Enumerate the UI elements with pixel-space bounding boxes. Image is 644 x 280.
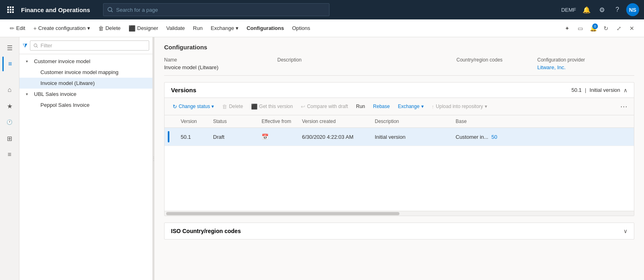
- svg-rect-4: [10, 9, 11, 11]
- svg-point-9: [108, 7, 112, 11]
- user-label: DEMF: [561, 7, 576, 13]
- help-icon[interactable]: ?: [611, 3, 624, 16]
- user-avatar[interactable]: NS: [626, 3, 639, 16]
- tree-item-customer-invoice-model[interactable]: ▾ Customer invoice model: [19, 56, 152, 67]
- edit-button[interactable]: ✏ Edit: [6, 23, 28, 34]
- sidebar-star-icon[interactable]: ★: [2, 99, 17, 113]
- col-status-header: Status: [213, 119, 262, 124]
- tree-item-invoice-model-litware[interactable]: Invoice model (Litware): [19, 78, 152, 89]
- run-version-button[interactable]: Run: [353, 102, 368, 111]
- svg-point-11: [34, 44, 37, 47]
- get-this-version-button[interactable]: ⬛ Get this version: [248, 102, 296, 112]
- configurations-button[interactable]: Configurations: [243, 23, 287, 34]
- svg-rect-7: [10, 11, 11, 13]
- row-selection-indicator: [168, 131, 169, 142]
- tree-caret-ubl-icon: ▾: [26, 92, 32, 96]
- delete-icon: 🗑: [98, 25, 104, 32]
- tree-caret-icon: ▾: [26, 59, 32, 64]
- versions-toolbar: ↻ Change status ▾ 🗑 Delete ⬛ Get this ve…: [165, 98, 634, 115]
- table-row[interactable]: 50.1 Draft 📅 6/30/2020 4:22:03 AM Initia…: [165, 128, 634, 146]
- compare-icon: ↩: [301, 104, 305, 110]
- popout-icon[interactable]: ⤢: [613, 23, 625, 34]
- svg-rect-5: [12, 9, 14, 11]
- filter-input-wrap[interactable]: [30, 40, 149, 51]
- iso-section: ISO Country/region codes ∨: [164, 223, 634, 240]
- svg-rect-1: [10, 6, 11, 8]
- options-button[interactable]: Options: [289, 23, 313, 34]
- col-version-header: Version: [181, 119, 213, 124]
- cell-effective-from: 📅: [262, 134, 302, 140]
- rebase-button[interactable]: Rebase: [370, 102, 393, 111]
- app-grid-icon[interactable]: [5, 4, 16, 15]
- sidebar-home-icon[interactable]: ⌂: [2, 83, 17, 97]
- col-version-created-header: Version created: [302, 119, 375, 124]
- notification-badge-icon[interactable]: 🔔0: [587, 23, 599, 34]
- change-status-button[interactable]: ↻ Change status ▾: [169, 102, 217, 112]
- version-meta-separator: |: [585, 87, 586, 93]
- sidebar-menu-icon[interactable]: ≡: [2, 147, 17, 162]
- global-search[interactable]: [103, 3, 329, 16]
- delete-button[interactable]: 🗑 Delete: [95, 23, 124, 34]
- exchange-version-button[interactable]: Exchange ▾: [395, 102, 427, 111]
- change-status-icon: ↻: [173, 104, 177, 110]
- svg-rect-3: [7, 9, 9, 11]
- create-config-button[interactable]: + Create configuration ▾: [30, 23, 93, 34]
- top-nav-right: DEMF 🔔 ⚙ ? NS: [561, 3, 639, 16]
- sidebar-recent-icon[interactable]: 🕐: [2, 115, 17, 129]
- empty-table-area: [165, 146, 634, 211]
- iso-chevron-icon: ∨: [623, 228, 627, 234]
- col-base-header: Base: [456, 119, 520, 124]
- command-bar: ✏ Edit + Create configuration ▾ 🗑 Delete…: [0, 19, 644, 37]
- sidebar-list-icon[interactable]: ≡: [2, 57, 17, 71]
- horizontal-scrollbar[interactable]: [165, 211, 634, 216]
- notification-icon[interactable]: 🔔: [580, 3, 593, 16]
- svg-line-10: [111, 11, 112, 12]
- settings-icon[interactable]: ⚙: [595, 3, 608, 16]
- versions-delete-icon: 🗑: [222, 104, 227, 110]
- scroll-thumb: [166, 212, 399, 215]
- app-title: Finance and Operations: [21, 6, 90, 13]
- tree-filter-bar: ⧩: [19, 37, 152, 54]
- config-col-country: Country/region codes: [456, 55, 537, 72]
- validate-button[interactable]: Validate: [163, 23, 188, 34]
- close-icon[interactable]: ✕: [626, 23, 638, 34]
- version-label-text: Initial version: [589, 87, 620, 93]
- tree-item-peppol-sales-invoice[interactable]: Peppol Sales Invoice: [19, 100, 152, 110]
- run-button[interactable]: Run: [190, 23, 206, 34]
- upload-into-repository-button[interactable]: ↑ Upload into repository ▾: [429, 102, 490, 112]
- more-options-icon[interactable]: ⋯: [619, 100, 629, 112]
- top-navigation: Finance and Operations DEMF 🔔 ⚙ ? NS: [0, 0, 644, 19]
- search-icon: [108, 7, 113, 13]
- iso-header[interactable]: ISO Country/region codes ∨: [165, 223, 634, 239]
- base-link[interactable]: Customer in...: [456, 134, 488, 140]
- tree-item-ubl-sales-invoice[interactable]: ▾ UBL Sales invoice: [19, 89, 152, 100]
- calendar-icon[interactable]: 📅: [262, 134, 268, 140]
- compare-with-draft-button[interactable]: ↩ Compare with draft: [298, 102, 351, 112]
- row-indicator-cell: [171, 131, 181, 142]
- upload-icon: ↑: [432, 104, 435, 110]
- pin-icon[interactable]: ✦: [562, 23, 573, 34]
- sidebar-workspace-icon[interactable]: ⊞: [2, 131, 17, 146]
- refresh-icon[interactable]: ↻: [600, 23, 612, 34]
- config-col-provider: Configuration provider Litware, Inc.: [537, 55, 634, 72]
- tree-item-customer-invoice-mapping[interactable]: Customer invoice model mapping: [19, 67, 152, 78]
- search-input[interactable]: [116, 7, 325, 13]
- exchange-chevron-icon: ▾: [236, 25, 239, 31]
- versions-title: Versions: [171, 87, 571, 93]
- cell-version-created: 6/30/2020 4:22:03 AM: [302, 134, 375, 140]
- sidebar-hamburger-icon[interactable]: ☰: [2, 40, 17, 55]
- designer-button[interactable]: ⬛ Designer: [125, 23, 161, 34]
- base-version: 50: [492, 134, 497, 140]
- versions-header: Versions 50.1 | Initial version ∧: [165, 83, 634, 98]
- versions-delete-button[interactable]: 🗑 Delete: [219, 102, 246, 112]
- iso-title: ISO Country/region codes: [171, 228, 623, 234]
- main-layout: ☰ ≡ ⌂ ★ 🕐 ⊞ ≡ ⧩ ▾: [0, 37, 644, 280]
- exchange-button[interactable]: Exchange ▾: [207, 23, 242, 34]
- versions-collapse-icon[interactable]: ∧: [623, 87, 627, 93]
- plus-icon: +: [33, 25, 36, 32]
- filter-input[interactable]: [40, 42, 146, 49]
- svg-rect-2: [12, 6, 14, 8]
- panel-icon[interactable]: ▭: [574, 23, 586, 34]
- svg-rect-0: [7, 6, 9, 8]
- filter-icon[interactable]: ⧩: [23, 42, 27, 49]
